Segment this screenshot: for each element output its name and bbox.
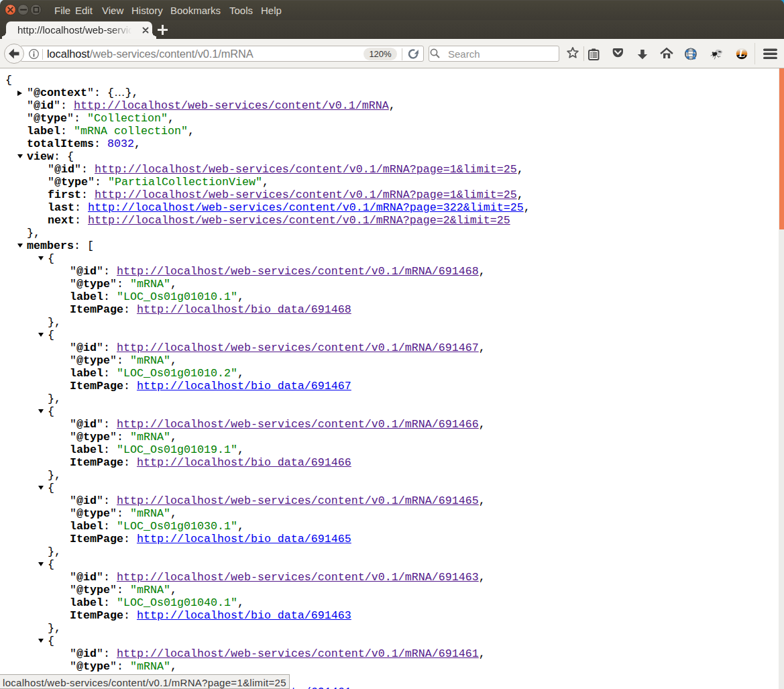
svg-text:L: L [738,47,745,60]
